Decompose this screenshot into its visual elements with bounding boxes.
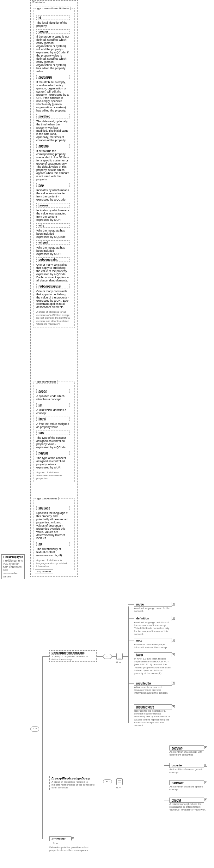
attribute-item: howuriIndicates by which means the value… [36,203,72,221]
attribute-name: id [37,16,43,20]
element-label: note [136,639,170,642]
attribute-desc: If the attribute is empty, specifies whi… [36,81,69,112]
connector [97,656,103,657]
connector [128,707,134,707]
element-label: broader [172,764,202,767]
group-i18n-attributes: grp i18nAttributes xml:langSpecifies the… [33,498,74,570]
attribute-desc: The type of the concept assigned as cont… [36,457,69,469]
expand-icon[interactable]: + [204,764,207,767]
attribute-item: whyWhy the metadata has been included - … [36,223,72,239]
attribute-name: why [37,224,46,227]
attribute-desc: Indicates by which means the value was e… [36,209,69,221]
attribute-item: howIndicates by which means the value wa… [36,183,72,201]
attribute-box[interactable]: qcode [36,389,69,393]
attribute-box[interactable]: pubconstraint [36,257,69,262]
connector [128,683,134,684]
attribute-desc: The directionality of textual content (e… [36,548,69,557]
element-note[interactable]: note [134,638,172,643]
attribute-box[interactable]: why [36,223,69,228]
attribute-item: whyuriWhy the metadata has been included… [36,240,72,255]
expand-icon[interactable]: + [204,746,207,749]
element-definition[interactable]: definition [134,616,172,621]
attribute-box[interactable]: dir [36,542,69,546]
element-label: name [136,603,170,606]
connector [164,783,170,783]
attribute-box[interactable]: literal [36,416,69,421]
attribute-box[interactable]: typeuri [36,451,69,455]
group-common-power-attributes: grp commonPowerAttributes idThe local id… [33,8,74,328]
element-sameAs[interactable]: sameAs [170,745,204,750]
sequence-compositor [103,654,112,659]
attribute-item: qcodeA qualified code which identifies a… [36,389,72,401]
attribute-item: modifiedThe date (and, optionally, the t… [36,114,72,142]
attribute-item: dirThe directionality of textual content… [36,542,72,557]
attribute-desc: Why the metadata has been included - exp… [36,229,69,239]
attribute-box[interactable]: creatoruri [36,75,69,79]
attribute-item: uriA URI which identifies a concept. [36,403,72,415]
connector [128,604,134,604]
attribute-name: creator [37,30,50,33]
expand-icon[interactable]: + [172,639,175,642]
attribute-name: custom [37,144,51,148]
connector [128,655,134,655]
attribute-desc: If set to true the corresponding propert… [36,149,69,181]
element-label: definition [136,617,170,620]
expand-icon[interactable]: + [204,799,207,801]
attribute-box[interactable]: modified [36,114,69,119]
element-label: remoteInfo [136,682,170,685]
element-related[interactable]: related [170,798,204,803]
element-desc: A natural language definition of the sem… [134,621,172,636]
attribute-box[interactable]: type [36,431,69,435]
attribute-box[interactable]: howuri [36,203,69,208]
attribute-desc: A free-text value assigned as property v… [36,422,69,429]
attribute-desc: A URI which identifies a concept. [36,408,69,415]
attribute-name: literal [37,417,48,421]
expand-icon[interactable]: + [204,781,207,784]
connector [42,782,49,782]
any-attribute: any ##other [35,569,53,574]
attribute-box[interactable]: creator [36,29,69,34]
connector [112,656,116,657]
element-narrower[interactable]: narrower [170,780,204,785]
element-remoteInfo[interactable]: remoteInfo [134,681,172,686]
attribute-box[interactable]: whyuri [36,240,69,245]
expand-icon[interactable]: + [172,705,175,708]
root-type-box: Flex1PropType Flexible generic PCL-type … [1,554,25,579]
element-desc: Additional natural language information … [134,643,172,649]
any-element: any ##other [49,836,71,841]
attribute-item: customIf set to true the corresponding p… [36,144,72,181]
attribute-name: modified [37,114,53,118]
attribute-box[interactable]: xml:lang [36,506,69,510]
connector [25,560,28,560]
expand-icon[interactable]: + [172,682,175,684]
expand-icon[interactable]: + [172,653,175,656]
attribute-box[interactable]: uri [36,403,69,407]
connector [164,749,164,826]
element-broader[interactable]: broader [170,763,204,768]
connector [123,782,164,782]
element-desc: In NAR 1.8 and later, facet is deprecate… [134,657,172,675]
concept-definition-group[interactable]: ConceptDefinitionGroup A group of proper… [49,650,97,662]
element-desc: A link to an item or a web resource whic… [134,686,172,694]
element-name[interactable]: name [134,602,172,607]
expand-icon[interactable]: + [172,617,175,620]
group-desc: A group of attributes associated with fl… [36,471,72,480]
expand-icon[interactable]: + [71,837,74,840]
group-desc: A group of attributes for language and s… [36,559,72,568]
attributes-label: ☰ attributes [32,1,45,4]
connector [28,290,30,290]
attribute-box[interactable]: how [36,183,69,187]
attribute-name: howuri [37,204,50,207]
attribute-box[interactable]: custom [36,144,69,148]
expand-icon[interactable]: + [172,603,175,606]
attribute-desc: One or many constraints that apply to pu… [36,263,69,282]
attribute-box[interactable]: pubconstrainturi [36,284,69,288]
element-label: facet [136,653,170,656]
attribute-box[interactable]: id [36,16,69,20]
attribute-item: typeThe type of the concept assigned as … [36,431,72,449]
connector [128,641,134,641]
element-hierarchyInfo[interactable]: hierarchyInfo [134,704,172,709]
element-facet[interactable]: facet [134,652,172,657]
attribute-item: pubconstrainturiOne or many constraints … [36,284,72,309]
concept-relationships-group[interactable]: ConceptRelationshipsGroup A group of pro… [49,776,99,790]
